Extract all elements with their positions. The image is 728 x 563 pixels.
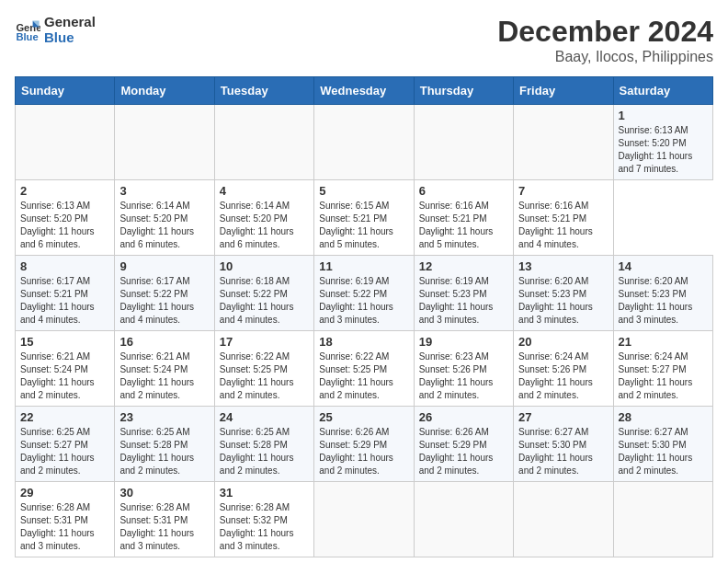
day-number: 8 [20,259,109,273]
day-info: Sunrise: 6:25 AMSunset: 5:27 PMDaylight:… [20,427,95,476]
day-number: 4 [220,184,309,198]
calendar-header: SundayMondayTuesdayWednesdayThursdayFrid… [16,77,713,105]
day-number: 29 [20,486,109,500]
day-number: 28 [619,410,708,424]
day-cell-1: 1Sunrise: 6:13 AMSunset: 5:20 PMDaylight… [613,105,712,180]
calendar-week-1: 1Sunrise: 6:13 AMSunset: 5:20 PMDaylight… [16,105,713,180]
calendar-table: SundayMondayTuesdayWednesdayThursdayFrid… [15,76,713,557]
empty-cell [115,105,214,180]
day-cell-9: 9Sunrise: 6:17 AMSunset: 5:22 PMDaylight… [115,256,214,331]
day-number: 15 [20,335,109,349]
calendar-week-4: 15Sunrise: 6:21 AMSunset: 5:24 PMDayligh… [16,331,713,407]
empty-cell [314,482,414,557]
day-info: Sunrise: 6:17 AMSunset: 5:21 PMDaylight:… [20,276,95,325]
day-number: 25 [319,410,408,424]
day-cell-14: 14Sunrise: 6:20 AMSunset: 5:23 PMDayligh… [613,256,712,331]
col-header-sunday: Sunday [16,77,115,105]
day-info: Sunrise: 6:27 AMSunset: 5:30 PMDaylight:… [518,427,593,476]
day-number: 11 [319,259,408,273]
calendar-week-2: 2Sunrise: 6:13 AMSunset: 5:20 PMDaylight… [16,180,713,256]
day-info: Sunrise: 6:24 AMSunset: 5:26 PMDaylight:… [518,351,593,400]
day-info: Sunrise: 6:28 AMSunset: 5:31 PMDaylight:… [119,502,194,551]
col-header-friday: Friday [514,77,613,105]
calendar-week-5: 22Sunrise: 6:25 AMSunset: 5:27 PMDayligh… [16,407,713,482]
day-number: 6 [419,184,508,198]
day-info: Sunrise: 6:21 AMSunset: 5:24 PMDaylight:… [20,351,95,400]
day-cell-11: 11Sunrise: 6:19 AMSunset: 5:22 PMDayligh… [314,256,414,331]
day-number: 1 [619,109,708,122]
day-cell-6: 6Sunrise: 6:16 AMSunset: 5:21 PMDaylight… [414,180,513,256]
day-info: Sunrise: 6:23 AMSunset: 5:26 PMDaylight:… [419,351,494,400]
empty-cell [414,105,513,180]
day-number: 26 [419,410,508,424]
col-header-monday: Monday [115,77,214,105]
day-info: Sunrise: 6:19 AMSunset: 5:23 PMDaylight:… [419,276,494,325]
day-cell-4: 4Sunrise: 6:14 AMSunset: 5:20 PMDaylight… [214,180,313,256]
empty-cell [613,482,712,557]
day-info: Sunrise: 6:26 AMSunset: 5:29 PMDaylight:… [419,427,494,476]
day-cell-29: 29Sunrise: 6:28 AMSunset: 5:31 PMDayligh… [16,482,115,557]
day-number: 14 [619,259,708,273]
empty-cell [514,105,613,180]
day-cell-16: 16Sunrise: 6:21 AMSunset: 5:24 PMDayligh… [115,331,214,407]
day-info: Sunrise: 6:17 AMSunset: 5:22 PMDaylight:… [119,276,194,325]
day-info: Sunrise: 6:27 AMSunset: 5:30 PMDaylight:… [619,427,693,476]
col-header-wednesday: Wednesday [314,77,414,105]
day-cell-15: 15Sunrise: 6:21 AMSunset: 5:24 PMDayligh… [16,331,115,407]
day-number: 3 [119,184,209,198]
day-info: Sunrise: 6:15 AMSunset: 5:21 PMDaylight:… [319,201,393,249]
svg-text:Blue: Blue [16,31,38,42]
day-number: 30 [119,486,209,500]
day-info: Sunrise: 6:24 AMSunset: 5:27 PMDaylight:… [619,351,693,400]
day-info: Sunrise: 6:21 AMSunset: 5:24 PMDaylight:… [119,351,194,400]
day-info: Sunrise: 6:20 AMSunset: 5:23 PMDaylight:… [518,276,593,325]
day-info: Sunrise: 6:19 AMSunset: 5:22 PMDaylight:… [319,276,393,325]
day-info: Sunrise: 6:28 AMSunset: 5:31 PMDaylight:… [20,502,95,551]
day-cell-30: 30Sunrise: 6:28 AMSunset: 5:31 PMDayligh… [115,482,214,557]
day-info: Sunrise: 6:26 AMSunset: 5:29 PMDaylight:… [319,427,393,476]
day-info: Sunrise: 6:16 AMSunset: 5:21 PMDaylight:… [419,201,494,249]
day-cell-26: 26Sunrise: 6:26 AMSunset: 5:29 PMDayligh… [414,407,513,482]
day-cell-10: 10Sunrise: 6:18 AMSunset: 5:22 PMDayligh… [214,256,313,331]
calendar-week-3: 8Sunrise: 6:17 AMSunset: 5:21 PMDaylight… [16,256,713,331]
logo-general: General [44,15,96,30]
day-info: Sunrise: 6:28 AMSunset: 5:32 PMDaylight:… [220,502,294,551]
calendar-week-6: 29Sunrise: 6:28 AMSunset: 5:31 PMDayligh… [16,482,713,557]
page-header: General Blue General Blue December 2024 … [15,15,713,65]
day-cell-3: 3Sunrise: 6:14 AMSunset: 5:20 PMDaylight… [115,180,214,256]
day-number: 17 [220,335,309,349]
logo: General Blue General Blue [15,15,96,45]
month-title: December 2024 [497,15,713,49]
day-cell-13: 13Sunrise: 6:20 AMSunset: 5:23 PMDayligh… [514,256,613,331]
day-cell-12: 12Sunrise: 6:19 AMSunset: 5:23 PMDayligh… [414,256,513,331]
empty-cell [514,482,613,557]
day-info: Sunrise: 6:13 AMSunset: 5:20 PMDaylight:… [619,125,693,174]
day-cell-17: 17Sunrise: 6:22 AMSunset: 5:25 PMDayligh… [214,331,313,407]
logo-blue: Blue [44,30,96,46]
day-number: 18 [319,335,408,349]
day-cell-28: 28Sunrise: 6:27 AMSunset: 5:30 PMDayligh… [613,407,712,482]
day-cell-20: 20Sunrise: 6:24 AMSunset: 5:26 PMDayligh… [514,331,613,407]
day-number: 27 [518,410,608,424]
day-number: 21 [619,335,708,349]
day-cell-23: 23Sunrise: 6:25 AMSunset: 5:28 PMDayligh… [115,407,214,482]
day-cell-5: 5Sunrise: 6:15 AMSunset: 5:21 PMDaylight… [314,180,414,256]
day-cell-31: 31Sunrise: 6:28 AMSunset: 5:32 PMDayligh… [214,482,313,557]
empty-cell [414,482,513,557]
day-info: Sunrise: 6:25 AMSunset: 5:28 PMDaylight:… [220,427,294,476]
day-info: Sunrise: 6:13 AMSunset: 5:20 PMDaylight:… [20,201,95,249]
logo-icon: General Blue [15,17,40,43]
day-cell-18: 18Sunrise: 6:22 AMSunset: 5:25 PMDayligh… [314,331,414,407]
empty-cell [214,105,313,180]
day-cell-22: 22Sunrise: 6:25 AMSunset: 5:27 PMDayligh… [16,407,115,482]
day-cell-25: 25Sunrise: 6:26 AMSunset: 5:29 PMDayligh… [314,407,414,482]
col-header-tuesday: Tuesday [214,77,313,105]
calendar-body: 1Sunrise: 6:13 AMSunset: 5:20 PMDaylight… [16,105,713,557]
day-info: Sunrise: 6:16 AMSunset: 5:21 PMDaylight:… [518,201,593,249]
day-number: 5 [319,184,408,198]
day-number: 2 [20,184,109,198]
day-info: Sunrise: 6:14 AMSunset: 5:20 PMDaylight:… [119,201,194,249]
day-number: 10 [220,259,309,273]
day-info: Sunrise: 6:22 AMSunset: 5:25 PMDaylight:… [220,351,294,400]
empty-cell [16,105,115,180]
